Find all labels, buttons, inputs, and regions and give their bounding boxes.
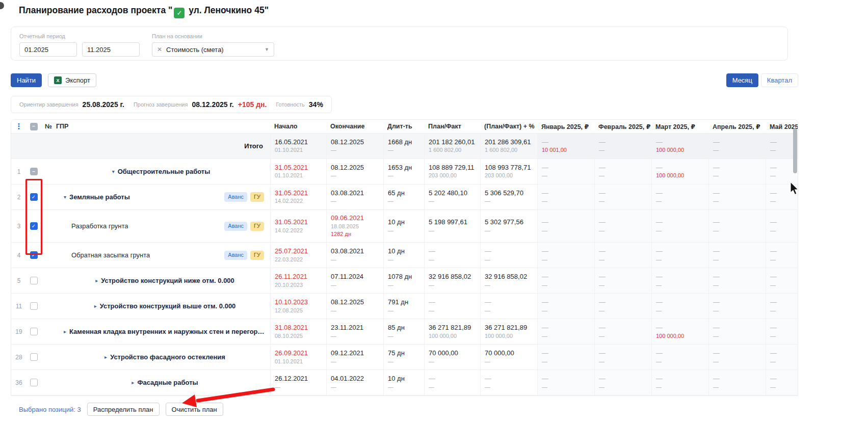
- table-cell: —100 000,00: [651, 134, 708, 159]
- col-gpr: ГПР: [52, 123, 270, 130]
- gpr-label[interactable]: Фасадные работы: [137, 379, 198, 386]
- table-cell: 23.11.2021—: [326, 319, 383, 344]
- gpr-label[interactable]: Каменная кладка внутренних и наружных ст…: [69, 328, 266, 335]
- table-cell: ——: [594, 243, 651, 268]
- gpr-table: ⋮ – № ГПР Начало Окончание Длит-ть План/…: [11, 119, 798, 396]
- row-checkbox[interactable]: ✓: [30, 193, 38, 201]
- table-cell: 1668 дн—: [383, 134, 424, 159]
- table-cell: ——: [594, 159, 651, 184]
- expand-icon[interactable]: ▸: [131, 380, 134, 385]
- expand-icon[interactable]: ▸: [104, 354, 107, 360]
- distribute-plan-button[interactable]: Распределить план: [87, 403, 160, 416]
- plan-basis-select[interactable]: ✕ Стоимость (смета) ▼: [152, 42, 274, 57]
- status-bar: Ориентир завершения 25.08.2025 г. Прогно…: [11, 96, 332, 113]
- table-cell: ——: [480, 294, 537, 319]
- selected-count-link[interactable]: Выбрано позиций: 3: [19, 406, 81, 413]
- badge-avans: Аванс: [224, 192, 247, 201]
- table-cell: ——: [708, 345, 766, 370]
- table-body: Итого 16.05.202101.10.202108.12.2025—166…: [11, 134, 798, 396]
- report-period-label: Отчетный период: [19, 33, 140, 39]
- select-all-checkbox[interactable]: –: [30, 123, 38, 130]
- forecast-finish-value: 08.12.2025 г.: [192, 100, 233, 109]
- badge-gu: ГУ: [250, 192, 264, 201]
- gpr-label[interactable]: Обратная засыпка грунта: [71, 251, 150, 259]
- table-cell: —100 000,00: [651, 159, 708, 184]
- table-cell: 16.05.202101.10.2021: [270, 134, 326, 159]
- table-cell: ——: [480, 243, 537, 268]
- collapse-icon[interactable]: ▾: [112, 169, 115, 174]
- period-to-input[interactable]: [82, 42, 140, 57]
- gpr-label[interactable]: Общестроительные работы: [118, 168, 211, 175]
- col-duration: Длит-ть: [383, 123, 424, 130]
- expand-icon[interactable]: ▸: [95, 278, 98, 283]
- table-cell: 26.11.202120.10.2023: [270, 268, 326, 293]
- row-number: 19: [15, 328, 22, 335]
- table-cell: ——: [708, 185, 766, 209]
- expand-icon[interactable]: ▸: [94, 303, 97, 309]
- table-cell: 791 дн—: [383, 294, 424, 319]
- row-checkbox[interactable]: [30, 277, 38, 284]
- badge-gu: ГУ: [250, 222, 264, 231]
- col-january: Январь 2025, ₽: [537, 123, 594, 130]
- month-toggle-button[interactable]: Месяц: [726, 73, 758, 87]
- table-cell: ——: [708, 268, 766, 293]
- gpr-label[interactable]: Устройство фасадного остекления: [110, 353, 225, 361]
- vertical-scrollbar[interactable]: [793, 128, 797, 173]
- gpr-label[interactable]: Земляные работы: [69, 193, 130, 201]
- page-title: Планирование расходов проекта " ул. Лено…: [11, 5, 798, 18]
- table-cell: 10 дн—: [383, 370, 424, 395]
- quarter-toggle-button[interactable]: Квартал: [761, 73, 798, 87]
- gpr-label[interactable]: Устройство конструкций ниже отм. 0.000: [101, 277, 234, 284]
- export-button[interactable]: Экспорт: [48, 73, 96, 87]
- table-cell: —100 000,00: [651, 319, 708, 344]
- table-cell: ——: [708, 159, 766, 184]
- table-cell: ——: [537, 185, 594, 209]
- table-cell: 108 993 778,71203 000,00: [480, 159, 537, 184]
- table-cell: 04.01.2022—: [326, 370, 383, 395]
- clear-selection-icon[interactable]: ✕: [157, 46, 162, 52]
- chevron-down-icon: ▼: [265, 47, 269, 52]
- col-finish: Окончание: [326, 123, 383, 130]
- gpr-label[interactable]: Разработка грунта: [71, 222, 128, 230]
- table-cell: ——: [651, 210, 708, 242]
- row-checkbox[interactable]: ✓: [30, 222, 38, 230]
- kebab-menu-icon[interactable]: ⋮: [15, 122, 23, 131]
- row-checkbox[interactable]: [30, 353, 38, 361]
- table-cell: ——: [537, 345, 594, 370]
- readiness-label: Готовность: [276, 101, 304, 108]
- expand-icon[interactable]: ▸: [64, 329, 66, 334]
- table-cell: 201 182 260,011 600 802,00: [424, 134, 480, 159]
- table-cell: 03.08.2021—: [326, 185, 383, 209]
- plan-basis-label: План на основании: [152, 33, 274, 39]
- row-checkbox[interactable]: [30, 379, 38, 386]
- find-button[interactable]: Найти: [11, 73, 42, 87]
- report-period-field: Отчетный период: [19, 33, 140, 54]
- gpr-label[interactable]: Устройство конструкций выше отм. 0.000: [100, 302, 236, 310]
- table-cell: 32 916 858,02—: [480, 268, 537, 293]
- table-cell: 10 дн—: [383, 210, 424, 242]
- target-finish-value: 25.08.2025 г.: [83, 100, 124, 109]
- collapse-icon[interactable]: ▾: [64, 194, 66, 200]
- filter-panel: Отчетный период План на основании ✕ Стои…: [11, 27, 788, 61]
- view-toggle: Месяц Квартал: [726, 73, 798, 87]
- table-cell: ——: [537, 243, 594, 268]
- table-cell: ——: [708, 294, 766, 319]
- table-cell: ——: [766, 345, 798, 370]
- row-checkbox[interactable]: [30, 328, 38, 335]
- table-cell: ——: [708, 319, 766, 344]
- row-checkbox[interactable]: ✓: [30, 251, 38, 259]
- row-checkbox[interactable]: [30, 302, 38, 310]
- plan-basis-value: Стоимость (смета): [166, 46, 224, 54]
- clear-plan-button[interactable]: Очистить план: [166, 403, 223, 416]
- expense-planning-page: Планирование расходов проекта " ул. Лено…: [0, 0, 868, 448]
- table-cell: ——: [651, 294, 708, 319]
- table-cell: 36 271 821,89100 000,00: [480, 319, 537, 344]
- period-from-input[interactable]: [19, 42, 77, 57]
- table-cell: 201 286 309,611 600 802,00: [480, 134, 537, 159]
- table-cell: ——: [424, 370, 480, 395]
- table-cell: ——: [708, 134, 766, 159]
- table-cell: ——: [537, 370, 594, 395]
- excel-icon: [54, 76, 62, 84]
- table-cell: ——: [594, 210, 651, 242]
- row-checkbox[interactable]: –: [30, 168, 38, 175]
